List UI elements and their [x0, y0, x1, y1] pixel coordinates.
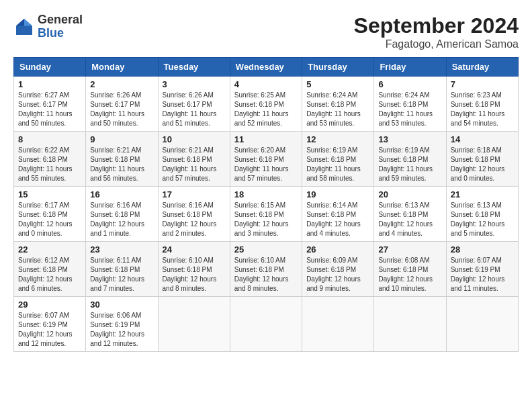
table-row: 19 Sunrise: 6:14 AMSunset: 6:18 PMDaylig…	[302, 187, 374, 242]
day-number: 11	[234, 134, 298, 144]
day-number: 22	[18, 244, 81, 255]
day-info: Sunrise: 6:07 AMSunset: 6:19 PMDaylight:…	[451, 256, 514, 293]
day-info: Sunrise: 6:09 AMSunset: 6:18 PMDaylight:…	[306, 256, 369, 293]
logo: General Blue	[13, 13, 83, 40]
day-info: Sunrise: 6:22 AMSunset: 6:18 PMDaylight:…	[18, 146, 81, 183]
table-row: 14 Sunrise: 6:18 AMSunset: 6:18 PMDaylig…	[446, 132, 518, 187]
day-info: Sunrise: 6:07 AMSunset: 6:19 PMDaylight:…	[18, 311, 81, 349]
day-info: Sunrise: 6:23 AMSunset: 6:18 PMDaylight:…	[451, 91, 514, 128]
table-row: 3 Sunrise: 6:26 AMSunset: 6:17 PMDayligh…	[158, 77, 230, 132]
day-info: Sunrise: 6:13 AMSunset: 6:18 PMDaylight:…	[451, 201, 514, 238]
calendar-header-row: Sunday Monday Tuesday Wednesday Thursday…	[14, 58, 519, 77]
table-row: 1 Sunrise: 6:27 AMSunset: 6:17 PMDayligh…	[14, 77, 86, 132]
day-info: Sunrise: 6:14 AMSunset: 6:18 PMDaylight:…	[306, 201, 369, 238]
svg-marker-1	[24, 19, 32, 26]
day-number: 15	[18, 189, 81, 199]
day-info: Sunrise: 6:26 AMSunset: 6:17 PMDaylight:…	[163, 91, 226, 128]
day-number: 2	[90, 79, 153, 89]
day-info: Sunrise: 6:11 AMSunset: 6:18 PMDaylight:…	[90, 256, 153, 293]
table-row: 11 Sunrise: 6:20 AMSunset: 6:18 PMDaylig…	[230, 132, 302, 187]
table-row: 6 Sunrise: 6:24 AMSunset: 6:18 PMDayligh…	[374, 77, 446, 132]
day-number: 3	[163, 79, 226, 89]
page-header: General Blue September 2024 Fagatogo, Am…	[13, 13, 519, 50]
day-info: Sunrise: 6:19 AMSunset: 6:18 PMDaylight:…	[378, 146, 441, 183]
day-number: 21	[451, 189, 514, 199]
day-number: 14	[451, 134, 514, 144]
day-number: 26	[306, 244, 369, 255]
day-number: 12	[306, 134, 369, 144]
table-row	[302, 297, 374, 352]
day-info: Sunrise: 6:24 AMSunset: 6:18 PMDaylight:…	[306, 91, 369, 128]
day-number: 19	[306, 189, 369, 199]
col-wednesday: Wednesday	[230, 58, 302, 77]
day-info: Sunrise: 6:12 AMSunset: 6:18 PMDaylight:…	[18, 256, 81, 293]
day-info: Sunrise: 6:25 AMSunset: 6:18 PMDaylight:…	[234, 91, 298, 128]
table-row: 28 Sunrise: 6:07 AMSunset: 6:19 PMDaylig…	[446, 242, 518, 297]
day-info: Sunrise: 6:06 AMSunset: 6:19 PMDaylight:…	[90, 311, 153, 349]
day-info: Sunrise: 6:21 AMSunset: 6:18 PMDaylight:…	[163, 146, 226, 183]
day-info: Sunrise: 6:18 AMSunset: 6:18 PMDaylight:…	[451, 146, 514, 183]
table-row: 7 Sunrise: 6:23 AMSunset: 6:18 PMDayligh…	[446, 77, 518, 132]
location-subtitle: Fagatogo, American Samoa	[354, 38, 519, 50]
table-row: 10 Sunrise: 6:21 AMSunset: 6:18 PMDaylig…	[158, 132, 230, 187]
day-number: 29	[18, 300, 81, 310]
day-number: 23	[90, 244, 153, 255]
calendar-week-5: 29 Sunrise: 6:07 AMSunset: 6:19 PMDaylig…	[14, 297, 519, 352]
day-number: 4	[234, 79, 298, 89]
table-row: 21 Sunrise: 6:13 AMSunset: 6:18 PMDaylig…	[446, 187, 518, 242]
col-monday: Monday	[86, 58, 158, 77]
table-row	[374, 297, 446, 352]
table-row: 2 Sunrise: 6:26 AMSunset: 6:17 PMDayligh…	[86, 77, 158, 132]
day-info: Sunrise: 6:10 AMSunset: 6:18 PMDaylight:…	[163, 256, 226, 293]
table-row: 16 Sunrise: 6:16 AMSunset: 6:18 PMDaylig…	[86, 187, 158, 242]
table-row: 9 Sunrise: 6:21 AMSunset: 6:18 PMDayligh…	[86, 132, 158, 187]
col-sunday: Sunday	[14, 58, 86, 77]
table-row	[230, 297, 302, 352]
day-info: Sunrise: 6:21 AMSunset: 6:18 PMDaylight:…	[90, 146, 153, 183]
logo-icon	[13, 16, 35, 38]
table-row: 15 Sunrise: 6:17 AMSunset: 6:18 PMDaylig…	[14, 187, 86, 242]
day-number: 17	[163, 189, 226, 199]
table-row: 18 Sunrise: 6:15 AMSunset: 6:18 PMDaylig…	[230, 187, 302, 242]
table-row: 4 Sunrise: 6:25 AMSunset: 6:18 PMDayligh…	[230, 77, 302, 132]
table-row: 5 Sunrise: 6:24 AMSunset: 6:18 PMDayligh…	[302, 77, 374, 132]
table-row	[446, 297, 518, 352]
col-saturday: Saturday	[446, 58, 518, 77]
day-info: Sunrise: 6:13 AMSunset: 6:18 PMDaylight:…	[378, 201, 441, 238]
day-number: 25	[234, 244, 298, 255]
table-row: 22 Sunrise: 6:12 AMSunset: 6:18 PMDaylig…	[14, 242, 86, 297]
day-info: Sunrise: 6:19 AMSunset: 6:18 PMDaylight:…	[306, 146, 369, 183]
day-number: 18	[234, 189, 298, 199]
day-info: Sunrise: 6:24 AMSunset: 6:18 PMDaylight:…	[378, 91, 441, 128]
calendar-week-2: 8 Sunrise: 6:22 AMSunset: 6:18 PMDayligh…	[14, 132, 519, 187]
logo-text: General Blue	[38, 13, 83, 40]
day-number: 16	[90, 189, 153, 199]
table-row: 20 Sunrise: 6:13 AMSunset: 6:18 PMDaylig…	[374, 187, 446, 242]
day-info: Sunrise: 6:16 AMSunset: 6:18 PMDaylight:…	[90, 201, 153, 238]
day-number: 27	[378, 244, 441, 255]
day-info: Sunrise: 6:08 AMSunset: 6:18 PMDaylight:…	[378, 256, 441, 293]
table-row: 25 Sunrise: 6:10 AMSunset: 6:18 PMDaylig…	[230, 242, 302, 297]
day-info: Sunrise: 6:27 AMSunset: 6:17 PMDaylight:…	[18, 91, 81, 128]
logo-blue-text: Blue	[38, 27, 83, 40]
table-row: 24 Sunrise: 6:10 AMSunset: 6:18 PMDaylig…	[158, 242, 230, 297]
calendar-table: Sunday Monday Tuesday Wednesday Thursday…	[13, 57, 519, 352]
col-friday: Friday	[374, 58, 446, 77]
col-thursday: Thursday	[302, 58, 374, 77]
day-number: 28	[451, 244, 514, 255]
table-row: 13 Sunrise: 6:19 AMSunset: 6:18 PMDaylig…	[374, 132, 446, 187]
day-number: 10	[163, 134, 226, 144]
table-row	[158, 297, 230, 352]
day-number: 9	[90, 134, 153, 144]
title-area: September 2024 Fagatogo, American Samoa	[354, 13, 519, 50]
day-number: 20	[378, 189, 441, 199]
day-number: 6	[378, 79, 441, 89]
table-row: 23 Sunrise: 6:11 AMSunset: 6:18 PMDaylig…	[86, 242, 158, 297]
calendar-week-3: 15 Sunrise: 6:17 AMSunset: 6:18 PMDaylig…	[14, 187, 519, 242]
table-row: 12 Sunrise: 6:19 AMSunset: 6:18 PMDaylig…	[302, 132, 374, 187]
table-row: 29 Sunrise: 6:07 AMSunset: 6:19 PMDaylig…	[14, 297, 86, 352]
day-number: 30	[90, 300, 153, 310]
calendar-week-1: 1 Sunrise: 6:27 AMSunset: 6:17 PMDayligh…	[14, 77, 519, 132]
calendar-week-4: 22 Sunrise: 6:12 AMSunset: 6:18 PMDaylig…	[14, 242, 519, 297]
day-number: 5	[306, 79, 369, 89]
